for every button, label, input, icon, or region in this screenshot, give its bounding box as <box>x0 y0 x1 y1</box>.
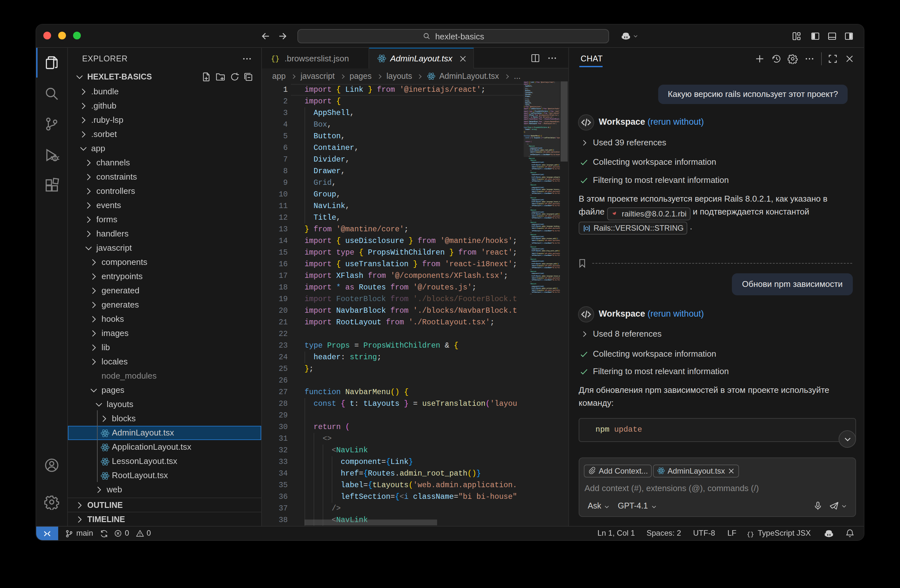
svg-text:{}: {} <box>747 531 754 538</box>
svg-text:{}: {} <box>271 55 279 63</box>
